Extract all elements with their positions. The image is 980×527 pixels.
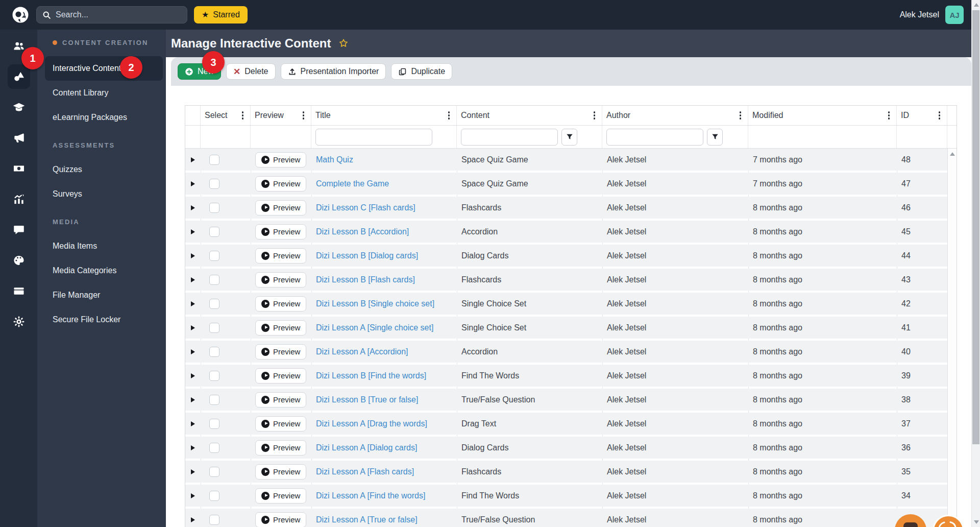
preview-button[interactable]: Preview <box>255 320 306 336</box>
preview-button[interactable]: Preview <box>255 488 306 504</box>
content-title-link[interactable]: Dizi Lesson B [True or false] <box>316 395 418 404</box>
content-filter-input[interactable] <box>461 129 558 146</box>
expand-row-icon[interactable] <box>191 325 195 330</box>
row-checkbox[interactable] <box>209 275 219 285</box>
search-input[interactable] <box>56 10 168 19</box>
scrollbar-down-icon[interactable] <box>974 520 979 524</box>
content-title-link[interactable]: Dizi Lesson A [Accordion] <box>316 347 408 356</box>
column-menu-icon[interactable] <box>738 109 743 122</box>
preview-button[interactable]: Preview <box>255 512 306 527</box>
expand-row-icon[interactable] <box>191 253 195 258</box>
sidebar-item-elearning-packages[interactable]: eLearning Packages <box>45 105 163 130</box>
avatar[interactable]: AJ <box>945 6 964 24</box>
row-checkbox[interactable] <box>209 419 219 429</box>
expand-row-icon[interactable] <box>191 397 195 402</box>
expand-row-icon[interactable] <box>191 277 195 282</box>
scroll-up-icon[interactable] <box>950 152 955 156</box>
preview-button[interactable]: Preview <box>255 416 306 432</box>
preview-button[interactable]: Preview <box>255 224 306 239</box>
sidebar-rail-item-window[interactable] <box>0 276 37 306</box>
column-menu-icon[interactable] <box>887 109 892 122</box>
row-checkbox[interactable] <box>209 251 219 261</box>
expand-row-icon[interactable] <box>191 205 195 210</box>
row-checkbox[interactable] <box>209 515 219 525</box>
row-checkbox[interactable] <box>209 467 219 477</box>
sidebar-item-interactive-content[interactable]: Interactive Content <box>45 56 163 81</box>
preview-button[interactable]: Preview <box>255 176 306 191</box>
expand-row-icon[interactable] <box>191 421 195 426</box>
row-checkbox[interactable] <box>209 491 219 501</box>
sidebar-item-media-categories[interactable]: Media Categories <box>45 258 163 283</box>
row-checkbox[interactable] <box>209 347 219 357</box>
sidebar-item-media-items[interactable]: Media Items <box>45 234 163 258</box>
expand-row-icon[interactable] <box>191 157 195 162</box>
preview-button[interactable]: Preview <box>255 344 306 360</box>
starred-button[interactable]: ★ Starred <box>194 6 248 23</box>
column-menu-icon[interactable] <box>240 109 246 122</box>
sidebar-item-file-manager[interactable]: File Manager <box>45 283 163 307</box>
presentation-importer-button[interactable]: Presentation Importer <box>281 63 386 80</box>
content-filter-button[interactable] <box>561 129 577 146</box>
content-title-link[interactable]: Dizi Lesson A [Flash cards] <box>316 467 414 476</box>
column-menu-icon[interactable] <box>447 109 452 122</box>
content-title-link[interactable]: Complete the Game <box>316 179 389 188</box>
row-checkbox[interactable] <box>209 395 219 405</box>
sidebar-rail-item-chart[interactable] <box>0 184 37 214</box>
sidebar-item-surveys[interactable]: Surveys <box>45 182 163 206</box>
scrollbar-thumb[interactable] <box>972 10 979 444</box>
expand-row-icon[interactable] <box>191 517 195 522</box>
preview-button[interactable]: Preview <box>255 464 306 480</box>
row-checkbox[interactable] <box>209 179 219 189</box>
sidebar-rail-item-gear[interactable] <box>0 306 37 337</box>
sidebar-item-content-library[interactable]: Content Library <box>45 81 163 105</box>
column-menu-icon[interactable] <box>301 109 306 122</box>
content-title-link[interactable]: Dizi Lesson A [Find the words] <box>316 491 425 500</box>
expand-row-icon[interactable] <box>191 181 195 186</box>
duplicate-button[interactable]: Duplicate <box>391 63 452 80</box>
sidebar-rail-item-chat[interactable] <box>0 214 37 245</box>
content-title-link[interactable]: Dizi Lesson C [Flash cards] <box>316 203 415 212</box>
sidebar-item-quizzes[interactable]: Quizzes <box>45 157 163 182</box>
expand-row-icon[interactable] <box>191 493 195 498</box>
sidebar-rail-item-palette[interactable] <box>0 245 37 276</box>
row-checkbox[interactable] <box>209 323 219 333</box>
row-checkbox[interactable] <box>209 155 219 165</box>
author-filter-button[interactable] <box>707 129 723 146</box>
expand-row-icon[interactable] <box>191 445 195 450</box>
preview-button[interactable]: Preview <box>255 200 306 215</box>
content-title-link[interactable]: Dizi Lesson B [Flash cards] <box>316 275 415 284</box>
preview-button[interactable]: Preview <box>255 248 306 264</box>
elephant-logo-icon[interactable] <box>11 6 30 24</box>
column-menu-icon[interactable] <box>592 109 597 122</box>
content-title-link[interactable]: Math Quiz <box>316 155 353 164</box>
content-title-link[interactable]: Dizi Lesson B [Dialog cards] <box>316 251 418 260</box>
expand-row-icon[interactable] <box>191 301 195 306</box>
expand-row-icon[interactable] <box>191 229 195 234</box>
help-fab-button[interactable] <box>933 515 964 527</box>
column-menu-icon[interactable] <box>937 109 942 122</box>
sidebar-item-secure-file-locker[interactable]: Secure File Locker <box>45 307 163 332</box>
content-title-link[interactable]: Dizi Lesson A [Single choice set] <box>316 323 433 332</box>
expand-row-icon[interactable] <box>191 469 195 474</box>
delete-button[interactable]: ✕ Delete <box>226 63 276 80</box>
sidebar-rail-item-media[interactable] <box>0 153 37 184</box>
row-checkbox[interactable] <box>209 299 219 309</box>
row-checkbox[interactable] <box>209 203 219 213</box>
favorite-star-icon[interactable] <box>338 38 349 49</box>
content-title-link[interactable]: Dizi Lesson B [Find the words] <box>316 371 426 380</box>
preview-button[interactable]: Preview <box>255 272 306 288</box>
preview-button[interactable]: Preview <box>255 152 306 167</box>
preview-button[interactable]: Preview <box>255 392 306 408</box>
title-filter-input[interactable] <box>315 129 432 146</box>
preview-button[interactable]: Preview <box>255 440 306 456</box>
row-checkbox[interactable] <box>209 227 219 237</box>
expand-row-icon[interactable] <box>191 349 195 354</box>
content-title-link[interactable]: Dizi Lesson B [Single choice set] <box>316 299 434 308</box>
author-filter-input[interactable] <box>606 129 703 146</box>
content-title-link[interactable]: Dizi Lesson B [Accordion] <box>316 227 409 236</box>
sidebar-rail-item-graduation-cap[interactable] <box>0 92 37 123</box>
preview-button[interactable]: Preview <box>255 368 306 384</box>
expand-row-icon[interactable] <box>191 373 195 378</box>
scrollbar-up-icon[interactable] <box>974 3 979 7</box>
row-checkbox[interactable] <box>209 443 219 453</box>
